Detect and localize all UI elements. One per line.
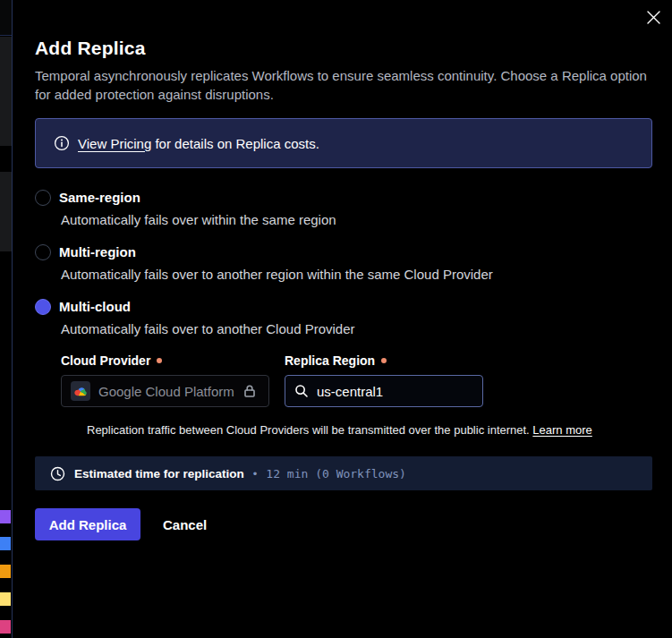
page-behind-panel <box>0 172 12 251</box>
clock-icon <box>50 466 65 481</box>
cloud-provider-value: Google Cloud Platform <box>98 384 234 399</box>
option-label[interactable]: Same-region <box>59 190 140 206</box>
estimate-label: Estimated time for replication <box>74 467 244 481</box>
radio-multi-region[interactable] <box>35 244 51 260</box>
option-description: Automatically fails over to another regi… <box>61 267 652 283</box>
replica-options: Same-region Automatically fails over wit… <box>35 190 652 437</box>
estimate-separator: • <box>253 467 258 481</box>
pricing-info-banner: View Pricing for details on Replica cost… <box>35 118 652 168</box>
option-label[interactable]: Multi-region <box>59 244 136 260</box>
replica-region-input[interactable] <box>317 384 460 399</box>
modal-title: Add Replica <box>35 38 652 59</box>
modal-actions: Add Replica Cancel <box>35 508 652 540</box>
info-icon <box>54 135 70 151</box>
modal-description: Temporal asynchronously replicates Workf… <box>35 66 652 104</box>
search-icon <box>294 384 309 398</box>
page-stripe <box>0 537 11 550</box>
transit-note: Replication traffic between Cloud Provid… <box>87 423 652 437</box>
page-stripe <box>0 592 11 606</box>
view-pricing-link[interactable]: View Pricing <box>78 136 151 151</box>
radio-same-region[interactable] <box>35 190 51 206</box>
cancel-button[interactable]: Cancel <box>163 517 207 532</box>
option-multi-region: Multi-region Automatically fails over to… <box>35 244 652 283</box>
estimate-value: 12 min (0 Workflows) <box>266 467 406 481</box>
option-same-region: Same-region Automatically fails over wit… <box>35 190 652 228</box>
gcp-icon <box>71 381 90 401</box>
required-dot <box>157 358 162 363</box>
option-description: Automatically fails over within the same… <box>61 212 652 228</box>
add-replica-modal: Add Replica Temporal asynchronously repl… <box>12 0 672 638</box>
required-dot <box>381 358 387 363</box>
page-behind-panel <box>0 37 12 146</box>
close-icon[interactable] <box>643 7 663 27</box>
replica-region-field <box>285 375 483 407</box>
estimate-banner: Estimated time for replication • 12 min … <box>35 456 652 490</box>
lock-icon <box>242 384 257 398</box>
option-multi-cloud: Multi-cloud Automatically fails over to … <box>35 299 652 437</box>
option-description: Automatically fails over to another Clou… <box>61 321 652 337</box>
option-label[interactable]: Multi-cloud <box>59 299 131 315</box>
cloud-provider-label: Cloud Provider <box>61 353 285 368</box>
add-replica-button[interactable]: Add Replica <box>35 508 140 540</box>
page-behind-topblock <box>0 0 12 36</box>
replica-region-label: Replica Region <box>285 353 387 368</box>
pricing-banner-text: View Pricing for details on Replica cost… <box>78 136 319 151</box>
page-stripe <box>0 510 11 523</box>
learn-more-link[interactable]: Learn more <box>532 423 591 437</box>
cloud-provider-select[interactable]: Google Cloud Platform <box>61 375 269 407</box>
multi-cloud-subform: Cloud Provider Replica Region Google Clo… <box>61 353 652 437</box>
page-stripe <box>0 620 11 634</box>
radio-multi-cloud[interactable] <box>35 299 51 315</box>
page-stripe <box>0 565 11 578</box>
page-behind-edge <box>0 0 12 638</box>
